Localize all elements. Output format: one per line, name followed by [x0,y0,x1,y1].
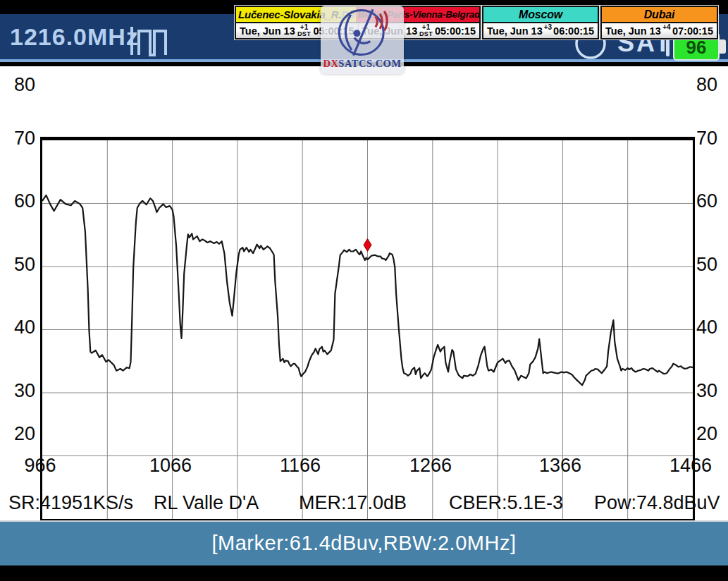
spectrum-chart-panel [0,66,728,520]
clock-block-moscow: Moscow Tue, Jun 13 +3 06:00:15 [482,6,599,39]
y-tick-label-left: 50 [0,255,35,274]
clock-time: 06:00:15 [553,25,594,37]
watermark-dx: DX [323,58,338,69]
marker-status-bar: [Marker:61.4dBuv,RBW:2.0MHz] [0,520,728,565]
marker-readout-text: [Marker:61.4dBuv,RBW:2.0MHz] [212,532,517,554]
timezone-offset: +1DST [419,24,433,37]
y-tick-label-right: 40 [696,317,728,337]
timezone-offset: +3 [544,24,552,37]
y-tick-label-right: 30 [696,381,728,400]
y-tick-label-right: 80 [696,75,728,94]
power-readout: Pow:74.8dBuV [594,492,720,514]
y-tick-label-left: 40 [0,317,35,337]
clock-time-moscow: Tue, Jun 13 +3 06:00:15 [483,23,598,38]
clock-time-row: Tue, Jun 13 +3 06:00:15 [483,23,598,38]
city-name: Dubai [644,8,674,20]
mer-readout: MER:17.0dB [299,492,407,514]
dxsatcs-watermark: DXSATCS.COM [321,6,404,74]
y-tick-label-left: 70 [0,128,35,148]
x-tick-label: 1266 [409,455,452,475]
city-name: Moscow [519,8,562,20]
cber-readout: CBER:5.1E-3 [449,492,563,514]
clock-block-dubai: Dubai Tue, Jun 13 +4 07:00:15 [600,6,718,39]
clock-date: Tue, Jun 13 [240,25,295,37]
clock-date: Tue, Jun 13 [487,25,543,37]
y-tick-label-left: 80 [0,75,35,94]
timezone-offset: +1DST [297,24,311,37]
y-tick-label-right: 50 [696,255,728,274]
marker-diamond-icon [364,238,371,251]
y-tick-label-right: 70 [696,128,728,148]
clock-city-moscow: Moscow [483,7,598,22]
x-tick-label: 1366 [539,455,581,475]
x-tick-label: 966 [24,455,56,475]
clock-time: 05:00:15 [435,25,476,37]
watermark-rest: SATCS.COM [338,58,401,69]
y-tick-label-right: 20 [696,424,728,444]
timezone-offset: +4 [662,24,670,37]
y-tick-label-left: 20 [0,424,35,444]
clock-label-row: Moscow [483,7,598,23]
device-screen: 1216.0MHz SAT 96 80807070606050504040303… [0,0,728,581]
y-tick-label-right: 60 [696,191,728,211]
watermark-text: DXSATCS.COM [323,58,401,70]
world-clock-overlay: Lučenec-Slovakia_R.Dávid Berlin-Paris-Vi… [235,6,718,39]
frequency-display: 1216.0MHz [10,23,139,51]
symbol-rate-readout: SR:41951KS/s [8,492,133,514]
clock-city-dubai: Dubai [602,7,717,22]
y-tick-label-left: 60 [0,191,35,211]
clock-date: Tue, Jun 13 [605,25,661,37]
clock-label-row: Dubai [602,7,717,23]
clock-time: 07:00:15 [672,25,713,37]
y-tick-label-left: 30 [0,381,35,400]
spectrum-trace-svg [42,140,693,519]
clock-time-row: Tue, Jun 13 +4 07:00:15 [602,23,717,38]
battery-nub [720,39,726,54]
x-tick-label: 1066 [149,455,192,475]
channel-name-readout: RL Valle D'A [154,492,259,514]
clock-time-dubai: Tue, Jun 13 +4 07:00:15 [602,23,717,38]
spectrum-plot-area [40,137,695,521]
square-wave-icon [130,25,176,57]
dxsatcs-logo-icon [335,6,390,59]
x-tick-label: 1466 [670,455,712,475]
x-tick-label: 1166 [280,455,321,475]
